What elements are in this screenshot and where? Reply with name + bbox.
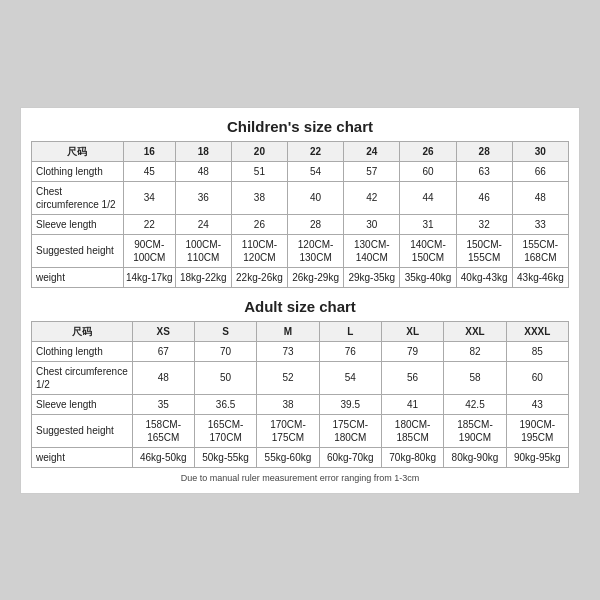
table-cell: 60	[400, 161, 456, 181]
row-label: Chest circumference 1/2	[32, 361, 133, 394]
table-cell: 18kg-22kg	[175, 267, 231, 287]
table-cell: 40kg-43kg	[456, 267, 512, 287]
row-label: Sleeve length	[32, 214, 124, 234]
table-cell: 48	[132, 361, 194, 394]
table-cell: 58	[444, 361, 506, 394]
table-cell: 90CM-100CM	[123, 234, 175, 267]
table-cell: 45	[123, 161, 175, 181]
table-cell: 185CM-190CM	[444, 414, 506, 447]
table-cell: 43	[506, 394, 568, 414]
chart-container: Children's size chart 尺码1618202224262830…	[20, 107, 580, 494]
children-header-cell: 26	[400, 141, 456, 161]
table-cell: 46kg-50kg	[132, 447, 194, 467]
table-cell: 54	[319, 361, 381, 394]
table-cell: 54	[288, 161, 344, 181]
table-cell: 40	[288, 181, 344, 214]
table-cell: 73	[257, 341, 319, 361]
children-table-row: weight14kg-17kg18kg-22kg22kg-26kg26kg-29…	[32, 267, 569, 287]
table-cell: 130CM-140CM	[344, 234, 400, 267]
table-cell: 82	[444, 341, 506, 361]
table-cell: 158CM-165CM	[132, 414, 194, 447]
table-cell: 50kg-55kg	[194, 447, 256, 467]
table-cell: 90kg-95kg	[506, 447, 568, 467]
table-cell: 28	[288, 214, 344, 234]
table-cell: 100CM-110CM	[175, 234, 231, 267]
table-cell: 85	[506, 341, 568, 361]
row-label: Clothing length	[32, 341, 133, 361]
table-cell: 33	[512, 214, 568, 234]
adult-table-row: Suggested height158CM-165CM165CM-170CM17…	[32, 414, 569, 447]
children-header-cell: 30	[512, 141, 568, 161]
table-cell: 52	[257, 361, 319, 394]
table-cell: 24	[175, 214, 231, 234]
table-cell: 43kg-46kg	[512, 267, 568, 287]
table-cell: 155CM-168CM	[512, 234, 568, 267]
table-cell: 42	[344, 181, 400, 214]
table-cell: 22	[123, 214, 175, 234]
table-cell: 30	[344, 214, 400, 234]
table-cell: 63	[456, 161, 512, 181]
adult-header-cell: M	[257, 321, 319, 341]
table-cell: 42.5	[444, 394, 506, 414]
row-label: Chest circumference 1/2	[32, 181, 124, 214]
table-cell: 32	[456, 214, 512, 234]
table-cell: 56	[381, 361, 443, 394]
adult-chart-title: Adult size chart	[31, 298, 569, 315]
children-header-cell: 20	[231, 141, 287, 161]
row-label: Sleeve length	[32, 394, 133, 414]
table-cell: 22kg-26kg	[231, 267, 287, 287]
table-cell: 165CM-170CM	[194, 414, 256, 447]
adult-header-cell: S	[194, 321, 256, 341]
children-header-cell: 16	[123, 141, 175, 161]
adult-header-cell: XL	[381, 321, 443, 341]
row-label: weight	[32, 447, 133, 467]
table-cell: 66	[512, 161, 568, 181]
table-cell: 170CM-175CM	[257, 414, 319, 447]
table-cell: 48	[175, 161, 231, 181]
table-cell: 180CM-185CM	[381, 414, 443, 447]
table-cell: 120CM-130CM	[288, 234, 344, 267]
adult-header-cell: L	[319, 321, 381, 341]
table-cell: 26kg-29kg	[288, 267, 344, 287]
adult-table: 尺码XSSMLXLXXLXXXL Clothing length67707376…	[31, 321, 569, 468]
adult-header-cell: 尺码	[32, 321, 133, 341]
adult-header-cell: XS	[132, 321, 194, 341]
table-cell: 79	[381, 341, 443, 361]
table-cell: 140CM-150CM	[400, 234, 456, 267]
table-cell: 29kg-35kg	[344, 267, 400, 287]
table-cell: 60kg-70kg	[319, 447, 381, 467]
table-cell: 48	[512, 181, 568, 214]
table-cell: 14kg-17kg	[123, 267, 175, 287]
children-table-row: Chest circumference 1/23436384042444648	[32, 181, 569, 214]
table-cell: 36	[175, 181, 231, 214]
row-label: Clothing length	[32, 161, 124, 181]
table-cell: 46	[456, 181, 512, 214]
table-cell: 175CM-180CM	[319, 414, 381, 447]
table-cell: 44	[400, 181, 456, 214]
table-cell: 190CM-195CM	[506, 414, 568, 447]
children-header-cell: 28	[456, 141, 512, 161]
adult-table-row: Sleeve length3536.53839.54142.543	[32, 394, 569, 414]
children-header-cell: 18	[175, 141, 231, 161]
children-chart-title: Children's size chart	[31, 118, 569, 135]
table-cell: 36.5	[194, 394, 256, 414]
adult-table-row: Clothing length67707376798285	[32, 341, 569, 361]
row-label: Suggested height	[32, 234, 124, 267]
children-header-cell: 22	[288, 141, 344, 161]
children-table-row: Clothing length4548515457606366	[32, 161, 569, 181]
table-cell: 76	[319, 341, 381, 361]
children-table-row: Sleeve length2224262830313233	[32, 214, 569, 234]
table-cell: 51	[231, 161, 287, 181]
table-cell: 57	[344, 161, 400, 181]
table-cell: 55kg-60kg	[257, 447, 319, 467]
children-header-cell: 24	[344, 141, 400, 161]
table-cell: 70kg-80kg	[381, 447, 443, 467]
table-cell: 38	[257, 394, 319, 414]
table-cell: 50	[194, 361, 256, 394]
adult-table-row: weight46kg-50kg50kg-55kg55kg-60kg60kg-70…	[32, 447, 569, 467]
table-cell: 35	[132, 394, 194, 414]
footnote: Due to manual ruler measurement error ra…	[31, 473, 569, 483]
table-cell: 35kg-40kg	[400, 267, 456, 287]
row-label: weight	[32, 267, 124, 287]
table-cell: 38	[231, 181, 287, 214]
